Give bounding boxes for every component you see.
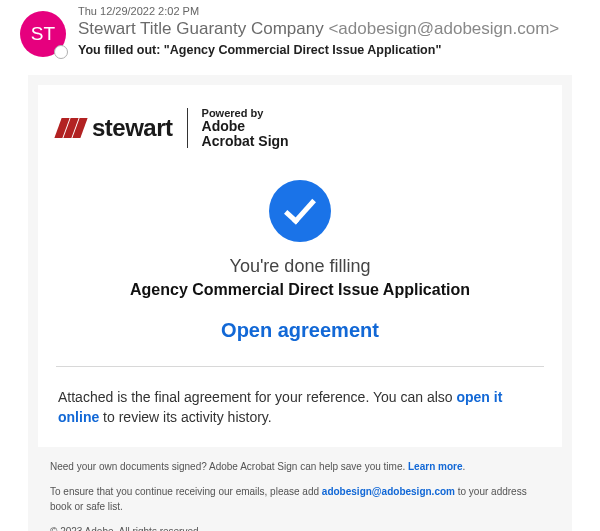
- email-card: stewart Powered by Adobe Acrobat Sign Yo…: [28, 75, 572, 531]
- learn-more-link[interactable]: Learn more: [408, 461, 462, 472]
- checkmark-icon: [284, 191, 316, 224]
- logo-row: stewart Powered by Adobe Acrobat Sign: [38, 85, 562, 172]
- card-inner: stewart Powered by Adobe Acrobat Sign Yo…: [38, 85, 562, 447]
- safelist-prefix: To ensure that you continue receiving ou…: [50, 486, 322, 497]
- adobe-line2: Acrobat Sign: [202, 134, 289, 149]
- email-header: ST Thu 12/29/2022 2:02 PM Stewart Title …: [0, 0, 600, 57]
- email-body: stewart Powered by Adobe Acrobat Sign Yo…: [0, 57, 600, 531]
- stewart-brand-text: stewart: [92, 114, 173, 142]
- stewart-stripes-icon: [54, 118, 87, 138]
- stewart-logo: stewart: [58, 114, 173, 142]
- open-agreement-link[interactable]: Open agreement: [58, 319, 542, 342]
- footer-safelist: To ensure that you continue receiving ou…: [50, 484, 550, 514]
- promo-text: Need your own documents signed? Adobe Ac…: [50, 461, 408, 472]
- safelist-email-link[interactable]: adobesign@adobesign.com: [322, 486, 455, 497]
- footer-copyright: © 2023 Adobe. All rights reserved.: [50, 524, 550, 531]
- sender-line: Stewart Title Guaranty Company <adobesig…: [78, 19, 600, 39]
- footer-promo: Need your own documents signed? Adobe Ac…: [50, 459, 550, 474]
- timestamp: Thu 12/29/2022 2:02 PM: [78, 5, 600, 17]
- logo-divider: [187, 108, 188, 148]
- adobe-line1: Adobe: [202, 119, 289, 134]
- header-text: Thu 12/29/2022 2:02 PM Stewart Title Gua…: [78, 5, 600, 57]
- avatar: ST: [20, 11, 66, 57]
- sender-name: Stewart Title Guaranty Company: [78, 19, 324, 38]
- done-filling-text: You're done filling: [58, 256, 542, 277]
- subject-line: You filled out: "Agency Commercial Direc…: [78, 43, 600, 57]
- email-footer: Need your own documents signed? Adobe Ac…: [38, 447, 562, 531]
- attached-message: Attached is the final agreement for your…: [38, 367, 562, 448]
- presence-indicator: [54, 45, 68, 59]
- document-name: Agency Commercial Direct Issue Applicati…: [58, 281, 542, 299]
- attached-prefix: Attached is the final agreement for your…: [58, 389, 456, 405]
- powered-by-block: Powered by Adobe Acrobat Sign: [202, 107, 289, 150]
- attached-suffix: to review its activity history.: [99, 409, 271, 425]
- confirmation-block: You're done filling Agency Commercial Di…: [38, 172, 562, 366]
- sender-email: <adobesign@adobesign.com>: [328, 19, 559, 38]
- avatar-initials: ST: [31, 23, 55, 45]
- check-circle-icon: [269, 180, 331, 242]
